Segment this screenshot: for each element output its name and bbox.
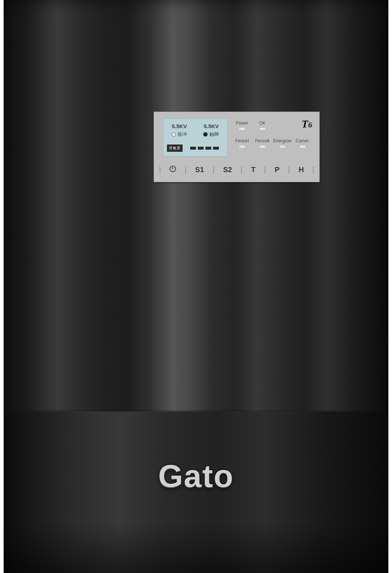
- button-row: | | S1 | S2 | T | P | H |: [159, 162, 314, 177]
- led-indicator: [239, 145, 245, 148]
- sensitivity-bars: [185, 147, 224, 150]
- mode-pulse-label: 脉冲: [177, 131, 187, 138]
- status-ok: OK: [252, 121, 273, 130]
- led-indicator: [259, 127, 266, 130]
- status-fence2: FenceⅡ: [252, 138, 273, 148]
- sensitivity-row: 灵敏度: [167, 145, 224, 152]
- power-button[interactable]: [170, 166, 176, 174]
- separator: |: [241, 166, 242, 174]
- power-icon: [170, 166, 176, 172]
- status-comm: Comm.: [293, 138, 313, 148]
- sensitivity-bar: [205, 147, 211, 150]
- mode-row: 脉冲 触网: [163, 131, 227, 138]
- status-led-grid: Power OK . . FenceⅠ FenceⅡ: [232, 121, 313, 148]
- status-led-label: Power: [236, 121, 248, 126]
- status-empty: .: [293, 121, 313, 130]
- status-led-label: Energizer: [273, 138, 292, 143]
- h-button[interactable]: H: [299, 166, 304, 174]
- t-button[interactable]: T: [251, 166, 256, 174]
- status-led-label: FenceⅠ: [235, 138, 249, 143]
- voltage-readout-row: 5.5KV 5.5KV: [163, 123, 227, 129]
- status-energizer: Energizer: [273, 138, 293, 148]
- status-fence1: FenceⅠ: [232, 138, 252, 148]
- lcd-screen: 5.5KV 5.5KV 脉冲 触网 灵敏度: [163, 118, 228, 157]
- separator: |: [288, 166, 290, 174]
- sensitivity-bar: [213, 147, 219, 150]
- device-body: 5.5KV 5.5KV 脉冲 触网 灵敏度: [4, 0, 388, 573]
- sensitivity-bar: [198, 147, 204, 150]
- mode-touch-label: 触网: [209, 131, 219, 138]
- mode-touch: 触网: [203, 131, 219, 138]
- separator: |: [185, 166, 187, 174]
- led-indicator: [259, 145, 266, 148]
- mode-pulse: 脉冲: [172, 131, 187, 138]
- sensitivity-label: 灵敏度: [167, 145, 183, 152]
- voltage-left: 5.5KV: [172, 123, 187, 129]
- control-panel: 5.5KV 5.5KV 脉冲 触网 灵敏度: [154, 111, 320, 182]
- s2-button[interactable]: S2: [223, 166, 232, 174]
- status-power: Power: [232, 121, 252, 130]
- sensitivity-bar: [190, 147, 196, 150]
- s1-button[interactable]: S1: [195, 166, 204, 174]
- p-button[interactable]: P: [275, 166, 279, 174]
- status-empty: .: [273, 121, 293, 130]
- separator: |: [264, 166, 266, 174]
- status-area: T6 Power OK . . FenceⅠ FenceⅡ: [232, 118, 313, 157]
- separator: |: [159, 166, 161, 174]
- radio-open-icon: [172, 133, 176, 137]
- separator: |: [213, 166, 215, 174]
- radio-filled-icon: [203, 132, 208, 137]
- led-indicator: [299, 145, 306, 148]
- led-indicator: [239, 127, 245, 130]
- brand-text: Gato: [158, 458, 234, 494]
- led-indicator: [279, 145, 286, 148]
- separator: |: [313, 166, 314, 174]
- status-led-label: Comm.: [296, 138, 310, 143]
- brand-logo: Gato: [4, 458, 388, 495]
- voltage-right: 5.5KV: [204, 123, 219, 129]
- status-led-label: FenceⅡ: [255, 138, 269, 143]
- status-led-label: OK: [259, 121, 265, 126]
